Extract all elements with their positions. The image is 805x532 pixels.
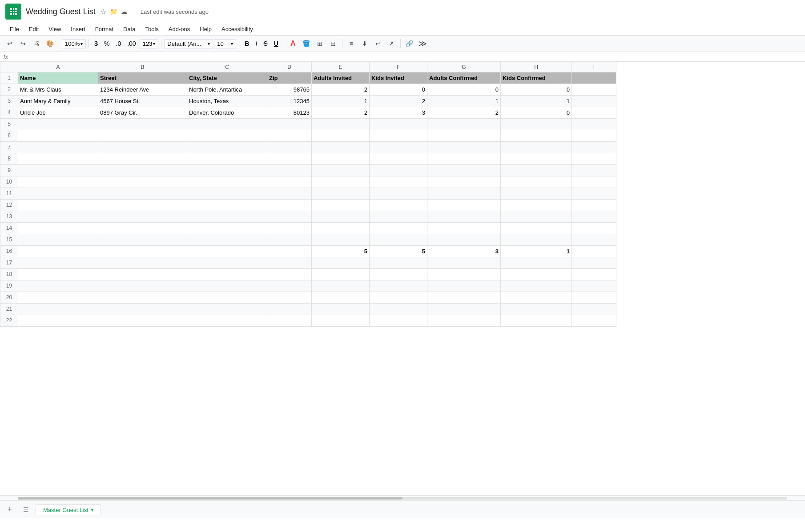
cell-r17-c5[interactable]	[312, 257, 370, 269]
cell-r2-c6[interactable]: 0	[370, 84, 427, 96]
col-header-B[interactable]: B	[98, 62, 187, 72]
cell-r2-c7[interactable]: 0	[427, 84, 501, 96]
menu-addons[interactable]: Add-ons	[164, 24, 194, 34]
cell-r17-c8[interactable]	[501, 257, 572, 269]
font-selector[interactable]: Default (Ari... ▾	[164, 39, 213, 48]
underline-button[interactable]: U	[271, 39, 281, 48]
cell-r10-c7[interactable]	[427, 176, 501, 188]
cell-r7-c8[interactable]	[501, 142, 572, 153]
cell-r6-c4[interactable]	[267, 130, 312, 142]
cell-r9-c3[interactable]	[187, 165, 267, 176]
cell-r1-c2[interactable]: Street	[98, 72, 187, 84]
row-num-4[interactable]: 4	[0, 107, 18, 119]
cell-r6-c1[interactable]	[18, 130, 98, 142]
cell-r6-c3[interactable]	[187, 130, 267, 142]
col-header-C[interactable]: C	[187, 62, 267, 72]
cell-r9-c6[interactable]	[370, 165, 427, 176]
row-num-5[interactable]: 5	[0, 119, 18, 130]
menu-format[interactable]: Format	[91, 24, 118, 34]
cell-r8-c9[interactable]	[572, 153, 616, 165]
cell-r9-c8[interactable]	[501, 165, 572, 176]
cell-r15-c7[interactable]	[427, 234, 501, 246]
menu-insert[interactable]: Insert	[66, 24, 90, 34]
cell-r12-c5[interactable]	[312, 200, 370, 211]
cell-r4-c4[interactable]: 80123	[267, 107, 312, 119]
row-num-11[interactable]: 11	[0, 188, 18, 200]
cell-r11-c9[interactable]	[572, 188, 616, 200]
cell-r17-c2[interactable]	[98, 257, 187, 269]
cell-r6-c5[interactable]	[312, 130, 370, 142]
col-header-D[interactable]: D	[267, 62, 312, 72]
cell-r21-c6[interactable]	[370, 304, 427, 315]
cell-r22-c9[interactable]	[572, 315, 616, 327]
cell-r3-c6[interactable]: 2	[370, 96, 427, 107]
cell-r21-c1[interactable]	[18, 304, 98, 315]
row-num-12[interactable]: 12	[0, 200, 18, 211]
bold-button[interactable]: B	[242, 39, 252, 48]
cell-r6-c2[interactable]	[98, 130, 187, 142]
row-num-14[interactable]: 14	[0, 223, 18, 234]
cell-r11-c1[interactable]	[18, 188, 98, 200]
cell-r13-c9[interactable]	[572, 211, 616, 223]
percent-button[interactable]: %	[101, 39, 112, 48]
row-num-6[interactable]: 6	[0, 130, 18, 142]
star-icon[interactable]: ☆	[100, 8, 106, 16]
cell-r7-c7[interactable]	[427, 142, 501, 153]
cell-r22-c8[interactable]	[501, 315, 572, 327]
cell-r20-c3[interactable]	[187, 292, 267, 304]
cell-r8-c5[interactable]	[312, 153, 370, 165]
cell-r1-c8[interactable]: Kids Confirmed	[501, 72, 572, 84]
cell-r18-c7[interactable]	[427, 269, 501, 280]
cell-r15-c9[interactable]	[572, 234, 616, 246]
cell-r18-c6[interactable]	[370, 269, 427, 280]
cell-r22-c7[interactable]	[427, 315, 501, 327]
cell-r15-c3[interactable]	[187, 234, 267, 246]
link-button[interactable]: 🔗	[403, 37, 416, 50]
rotate-button[interactable]: ↗	[385, 37, 398, 50]
cell-r1-c4[interactable]: Zip	[267, 72, 312, 84]
cell-r9-c7[interactable]	[427, 165, 501, 176]
merge-button[interactable]: ⊟	[327, 37, 339, 50]
cell-r12-c6[interactable]	[370, 200, 427, 211]
sheet-menu-button[interactable]: ☰	[20, 504, 32, 516]
cell-r18-c1[interactable]	[18, 269, 98, 280]
cell-r9-c1[interactable]	[18, 165, 98, 176]
cell-r17-c4[interactable]	[267, 257, 312, 269]
cell-r5-c3[interactable]	[187, 119, 267, 130]
cell-r12-c7[interactable]	[427, 200, 501, 211]
col-header-F[interactable]: F	[370, 62, 427, 72]
cell-r10-c6[interactable]	[370, 176, 427, 188]
cell-r19-c7[interactable]	[427, 280, 501, 292]
cell-r20-c2[interactable]	[98, 292, 187, 304]
cell-r1-c6[interactable]: Kids Invited	[370, 72, 427, 84]
cell-r11-c5[interactable]	[312, 188, 370, 200]
formula-input[interactable]	[12, 53, 801, 60]
cell-r8-c2[interactable]	[98, 153, 187, 165]
cell-r2-c4[interactable]: 98765	[267, 84, 312, 96]
cell-r5-c5[interactable]	[312, 119, 370, 130]
menu-file[interactable]: File	[5, 24, 24, 34]
scroll-thumb[interactable]	[18, 497, 402, 500]
cell-r15-c8[interactable]	[501, 234, 572, 246]
cell-r1-c5[interactable]: Adults Invited	[312, 72, 370, 84]
cell-r12-c3[interactable]	[187, 200, 267, 211]
cell-r22-c1[interactable]	[18, 315, 98, 327]
row-num-2[interactable]: 2	[0, 84, 18, 96]
more-formats-selector[interactable]: 123 ▾	[140, 39, 159, 48]
cell-r5-c1[interactable]	[18, 119, 98, 130]
cell-r19-c2[interactable]	[98, 280, 187, 292]
cell-r15-c6[interactable]	[370, 234, 427, 246]
cell-r2-c1[interactable]: Mr. & Mrs Claus	[18, 84, 98, 96]
cell-r10-c2[interactable]	[98, 176, 187, 188]
cell-r22-c3[interactable]	[187, 315, 267, 327]
cell-r14-c5[interactable]	[312, 223, 370, 234]
borders-button[interactable]: ⊞	[314, 37, 326, 50]
col-header-G[interactable]: G	[427, 62, 501, 72]
row-num-21[interactable]: 21	[0, 304, 18, 315]
cell-r2-c8[interactable]: 0	[501, 84, 572, 96]
cell-r14-c6[interactable]	[370, 223, 427, 234]
cell-r9-c2[interactable]	[98, 165, 187, 176]
cell-r6-c6[interactable]	[370, 130, 427, 142]
cell-r20-c9[interactable]	[572, 292, 616, 304]
cell-r12-c8[interactable]	[501, 200, 572, 211]
